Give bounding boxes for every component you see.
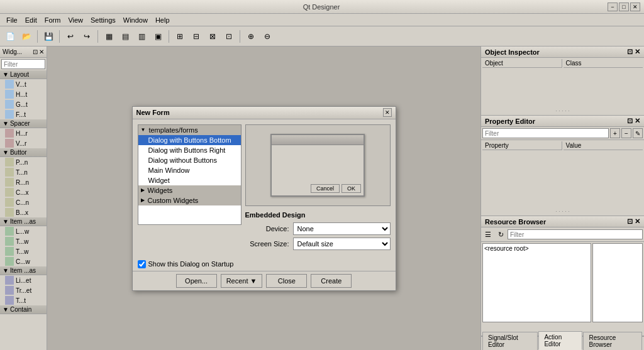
tool-2[interactable]: ▤ xyxy=(118,29,133,44)
maximize-button[interactable]: □ xyxy=(619,3,629,11)
tab-resource-browser-label: Resource Browser xyxy=(589,334,616,348)
obj-col-object: Object xyxy=(482,59,562,68)
tree-category-templates[interactable]: ▼ templates/forms xyxy=(138,125,241,135)
tool-3[interactable]: ▥ xyxy=(134,29,149,44)
tree-item-main-window[interactable]: Main Window xyxy=(138,165,241,175)
prop-edit-icon[interactable]: ✎ xyxy=(633,128,643,138)
wb-item-tt[interactable]: T...t xyxy=(0,295,47,305)
wb-float-icon[interactable]: ⊡ xyxy=(33,48,38,55)
res-float-icon[interactable]: ⊡ xyxy=(627,217,633,226)
resource-filter-input[interactable] xyxy=(508,229,643,239)
wb-item-v[interactable]: V...t xyxy=(0,79,47,89)
wb-item-g[interactable]: G...t xyxy=(0,99,47,109)
minimize-button[interactable]: − xyxy=(608,3,618,11)
tab-resource-browser[interactable]: Resource Browser xyxy=(583,332,642,350)
tree-label-custom: Custom Widgets xyxy=(148,197,199,204)
obj-close-icon[interactable]: ✕ xyxy=(635,48,640,56)
tool-9[interactable]: ⊕ xyxy=(243,29,258,44)
tree-arrow-custom: ▶ xyxy=(141,197,145,203)
menu-item-file[interactable]: File xyxy=(3,15,21,25)
redo-button[interactable]: ↪ xyxy=(79,29,94,44)
tool-10[interactable]: ⊖ xyxy=(260,29,275,44)
widget-box-title: Widg... xyxy=(3,48,22,55)
menu-item-help[interactable]: Help xyxy=(152,15,174,25)
menu-item-form[interactable]: Form xyxy=(41,15,65,25)
tool-6[interactable]: ⊟ xyxy=(189,29,204,44)
new-button[interactable]: 📄 xyxy=(3,29,18,44)
menu-item-edit[interactable]: Edit xyxy=(21,15,41,25)
wb-item-tw1[interactable]: T...w xyxy=(0,236,47,246)
menu-item-window[interactable]: Window xyxy=(119,15,152,25)
prop-remove-icon[interactable]: − xyxy=(621,128,631,138)
open-button[interactable]: Open... xyxy=(176,274,217,288)
wb-item-cn[interactable]: C...n xyxy=(0,197,47,207)
tree-item-dialog-none[interactable]: Dialog without Buttons xyxy=(138,155,241,165)
wb-section-contain-header[interactable]: ▼ Contain xyxy=(0,305,47,314)
wb-item-li[interactable]: Li...et xyxy=(0,275,47,285)
wb-label-spacer: Spacer xyxy=(10,120,30,127)
obj-float-icon[interactable]: ⊡ xyxy=(627,48,633,56)
wb-item-lw[interactable]: L...w xyxy=(0,226,47,236)
device-select[interactable]: None xyxy=(293,222,391,235)
wb-close-icon[interactable]: ✕ xyxy=(39,48,44,55)
tree-arrow-widgets: ▶ xyxy=(141,187,145,193)
tab-signal-slot[interactable]: Signal/Slot Editor xyxy=(482,332,538,350)
undo-button[interactable]: ↩ xyxy=(63,29,78,44)
tree-category-custom[interactable]: ▶ Custom Widgets xyxy=(138,195,241,205)
menu-item-settings[interactable]: Settings xyxy=(87,15,119,25)
tab-action-editor[interactable]: Action Editor xyxy=(538,331,582,350)
resource-tree[interactable]: <resource root> xyxy=(482,243,591,322)
dialog-close-button[interactable]: ✕ xyxy=(383,108,392,117)
property-editor-icons: ⊡ ✕ xyxy=(627,117,640,125)
res-close-icon[interactable]: ✕ xyxy=(635,217,640,226)
res-list-icon[interactable]: ☰ xyxy=(482,229,494,240)
wb-item-cw[interactable]: C...w xyxy=(0,256,47,266)
widget-filter-input[interactable] xyxy=(1,59,45,69)
wb-item-f[interactable]: F...t xyxy=(0,109,47,119)
close-button[interactable]: ✕ xyxy=(630,3,640,11)
wb-item-cx[interactable]: C...x xyxy=(0,187,47,197)
wb-item-h[interactable]: H...t xyxy=(0,89,47,99)
property-filter-input[interactable] xyxy=(482,128,609,138)
tool-7[interactable]: ⊠ xyxy=(205,29,220,44)
tree-item-dialog-right[interactable]: Dialog with Buttons Right xyxy=(138,145,241,155)
wb-section-item2-header[interactable]: ▼ Item ...as xyxy=(0,266,47,275)
tree-item-dialog-bottom[interactable]: Dialog with Buttons Bottom xyxy=(138,135,241,145)
wb-section-layout-header[interactable]: ▼ Layout xyxy=(0,70,47,79)
show-startup-checkbox[interactable] xyxy=(138,260,146,268)
recent-button[interactable]: Recent ▼ xyxy=(221,274,263,288)
wb-item-tw2[interactable]: T...w xyxy=(0,246,47,256)
wb-item-vr[interactable]: V...r xyxy=(0,138,47,148)
create-button[interactable]: Create xyxy=(311,274,352,288)
wb-item-bx[interactable]: B...x xyxy=(0,207,47,217)
open-button[interactable]: 📂 xyxy=(19,29,34,44)
new-form-dialog: New Form ✕ ▼ templates/forms xyxy=(132,106,396,291)
form-tree[interactable]: ▼ templates/forms Dialog with Buttons Bo… xyxy=(138,124,242,225)
menu-item-view[interactable]: View xyxy=(64,15,87,25)
wb-section-spacer-header[interactable]: ▼ Spacer xyxy=(0,119,47,128)
toolbar-sep-1 xyxy=(37,30,38,43)
tree-category-widgets[interactable]: ▶ Widgets xyxy=(138,185,241,195)
save-button[interactable]: 💾 xyxy=(41,29,56,44)
prop-close-icon[interactable]: ✕ xyxy=(635,117,640,125)
resource-root-item[interactable]: <resource root> xyxy=(484,245,589,252)
wb-item-pn[interactable]: P...n xyxy=(0,157,47,167)
tool-1[interactable]: ▦ xyxy=(101,29,116,44)
show-startup-label[interactable]: Show this Dialog on Startup xyxy=(148,260,234,268)
wb-section-item1-header[interactable]: ▼ Item ...as xyxy=(0,217,47,226)
tool-5[interactable]: ⊞ xyxy=(172,29,187,44)
wb-item-tr[interactable]: Tr...et xyxy=(0,285,47,295)
wb-item-tn[interactable]: T...n xyxy=(0,167,47,177)
tree-item-widget[interactable]: Widget xyxy=(138,175,241,185)
prop-add-icon[interactable]: + xyxy=(610,128,620,138)
tool-8[interactable]: ⊡ xyxy=(221,29,236,44)
wb-item-rn[interactable]: R...n xyxy=(0,177,47,187)
wb-item-hr[interactable]: H...r xyxy=(0,128,47,138)
close-button[interactable]: Close xyxy=(266,274,307,288)
wb-section-buttons-header[interactable]: ▼ Buttor xyxy=(0,148,47,157)
res-refresh-icon[interactable]: ↻ xyxy=(495,229,506,240)
prop-float-icon[interactable]: ⊡ xyxy=(627,117,633,125)
property-editor-title: Property Editor xyxy=(485,118,535,125)
screen-size-select[interactable]: Default size 240x320 320x240 xyxy=(293,238,391,250)
tool-4[interactable]: ▣ xyxy=(150,29,165,44)
